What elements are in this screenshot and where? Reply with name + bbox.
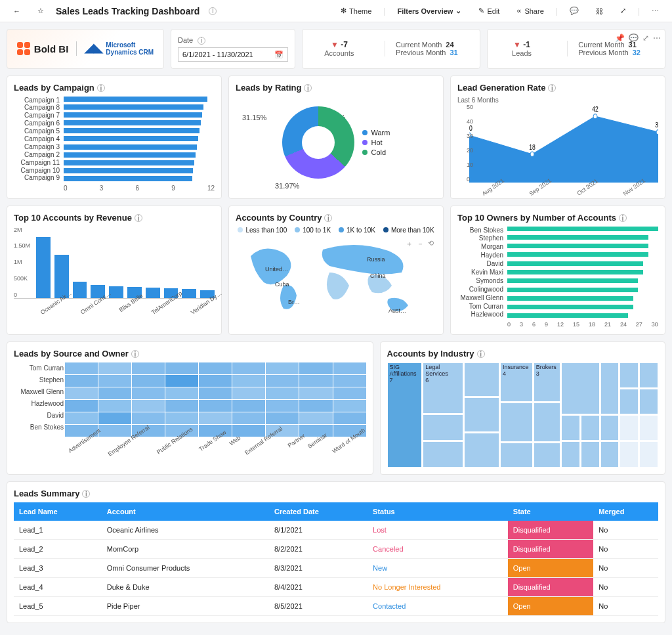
table-row[interactable]: Lead_2MomCorp8/2/2021CanceledDisqualifie…: [14, 539, 658, 558]
revenue-bar[interactable]: [146, 288, 160, 297]
table-header[interactable]: Lead Name: [14, 502, 102, 521]
info-icon[interactable]: i: [619, 214, 627, 222]
world-map[interactable]: ＋ － ⟲ Russia China United… Cuba Br…: [236, 236, 436, 322]
heatmap-cell[interactable]: [333, 412, 366, 424]
table-header[interactable]: Status: [368, 502, 508, 521]
heatmap-cell[interactable]: [333, 387, 366, 399]
heatmap-cell[interactable]: [132, 375, 165, 387]
owner-bar[interactable]: [507, 252, 648, 257]
owner-bar[interactable]: [507, 313, 628, 318]
heatmap-cell[interactable]: [299, 400, 332, 412]
share-button[interactable]: ∝ Share: [511, 4, 549, 18]
heatmap-cell[interactable]: [333, 362, 366, 374]
owner-bar[interactable]: [507, 261, 643, 266]
filters-button[interactable]: Filters Overview ⌄: [392, 4, 467, 18]
heatmap-cell[interactable]: [199, 375, 232, 387]
heatmap-cell[interactable]: [98, 400, 131, 412]
heatmap-cell[interactable]: [132, 412, 165, 424]
owner-bar[interactable]: [507, 296, 633, 301]
heatmap-cell[interactable]: [199, 362, 232, 374]
heatmap-cell[interactable]: [266, 412, 299, 424]
donut-chart[interactable]: [282, 106, 354, 179]
theme-button[interactable]: ✻ Theme: [335, 4, 377, 18]
heatmap-cell[interactable]: [132, 362, 165, 374]
heatmap-cell[interactable]: [98, 387, 131, 399]
heatmap-cell[interactable]: [299, 362, 332, 374]
more-icon[interactable]: ⋯: [653, 33, 661, 43]
pin-icon[interactable]: 📌: [615, 33, 625, 43]
heatmap-cell[interactable]: [132, 387, 165, 399]
heatmap-cell[interactable]: [199, 400, 232, 412]
heatmap-cell[interactable]: [232, 387, 265, 399]
heatmap-cell[interactable]: [232, 400, 265, 412]
table-row[interactable]: Lead_4Duke & Duke8/4/2021No Longer Inter…: [14, 577, 658, 596]
info-icon[interactable]: i: [209, 7, 217, 15]
campaign-bar[interactable]: [64, 176, 192, 181]
heatmap-cell[interactable]: [232, 412, 265, 424]
info-icon[interactable]: i: [304, 84, 312, 92]
treemap[interactable]: SIG Affiliations7 Legal Services6 Insura…: [387, 362, 658, 468]
owner-bar[interactable]: [507, 270, 643, 274]
campaign-bar[interactable]: [64, 104, 203, 110]
info-icon[interactable]: i: [198, 37, 205, 45]
info-icon[interactable]: i: [97, 84, 105, 92]
owner-bar[interactable]: [507, 278, 638, 283]
heatmap-cell[interactable]: [165, 362, 198, 374]
date-input[interactable]: 6/1/2021 - 11/30/2021 📅: [178, 47, 288, 62]
star-button[interactable]: ☆: [32, 4, 49, 18]
owner-bar[interactable]: [507, 235, 648, 240]
heatmap-cell[interactable]: [65, 375, 98, 387]
table-row[interactable]: Lead_5Pide Piper8/5/2021ContactedOpenNo: [14, 596, 658, 615]
heatmap-cell[interactable]: [98, 412, 131, 424]
table-row[interactable]: Lead_1Oceanic Airlines8/1/2021LostDisqua…: [14, 521, 658, 540]
info-icon[interactable]: i: [324, 214, 332, 222]
campaign-bar[interactable]: [64, 112, 202, 118]
zoom-out-icon[interactable]: －: [417, 239, 424, 249]
edit-button[interactable]: ✎ Edit: [473, 4, 505, 18]
heatmap-cell[interactable]: [232, 375, 265, 387]
heatmap-cell[interactable]: [65, 387, 98, 399]
heatmap-cell[interactable]: [165, 387, 198, 399]
heatmap-cell[interactable]: [333, 400, 366, 412]
info-icon[interactable]: i: [548, 84, 556, 92]
campaign-bar[interactable]: [64, 128, 200, 133]
calendar-icon[interactable]: 📅: [274, 51, 284, 59]
heatmap-cell[interactable]: [299, 412, 332, 424]
info-icon[interactable]: i: [477, 350, 485, 358]
heatmap-cell[interactable]: [199, 387, 232, 399]
campaign-bar[interactable]: [64, 152, 196, 158]
campaign-bar[interactable]: [64, 144, 197, 150]
lgr-area-svg[interactable]: 30184232: [469, 104, 658, 183]
table-header[interactable]: State: [508, 502, 593, 521]
heatmap-cell[interactable]: [98, 362, 131, 374]
expand-icon[interactable]: ⤢: [642, 33, 649, 43]
revenue-bar[interactable]: [73, 282, 87, 298]
table-header[interactable]: Account: [102, 502, 269, 521]
heatmap-cell[interactable]: [65, 412, 98, 424]
link-icon[interactable]: ⛓: [591, 5, 608, 18]
heatmap-cell[interactable]: [299, 387, 332, 399]
more-icon[interactable]: ⋯: [646, 4, 664, 18]
comment-icon[interactable]: 💬: [629, 33, 639, 43]
heatmap-cell[interactable]: [65, 400, 98, 412]
campaign-bar[interactable]: [64, 97, 207, 102]
campaign-bar[interactable]: [64, 120, 201, 125]
comment-icon[interactable]: 💬: [564, 4, 584, 18]
heatmap-cell[interactable]: [165, 375, 198, 387]
heatmap-cell[interactable]: [165, 400, 198, 412]
info-icon[interactable]: i: [135, 214, 142, 222]
revenue-bar[interactable]: [36, 237, 51, 298]
heatmap-cell[interactable]: [232, 362, 265, 374]
zoom-in-icon[interactable]: ＋: [406, 239, 413, 249]
expand-icon[interactable]: ⤢: [615, 4, 631, 18]
reset-icon[interactable]: ⟲: [428, 239, 434, 249]
heatmap-cell[interactable]: [333, 375, 366, 387]
heatmap-cell[interactable]: [165, 412, 198, 424]
heatmap-cell[interactable]: [266, 362, 299, 374]
campaign-bar[interactable]: [64, 136, 198, 141]
owner-bar[interactable]: [507, 305, 633, 309]
info-icon[interactable]: i: [82, 490, 90, 498]
heatmap-cell[interactable]: [266, 375, 299, 387]
heatmap-cell[interactable]: [266, 387, 299, 399]
owner-bar[interactable]: [507, 288, 638, 292]
